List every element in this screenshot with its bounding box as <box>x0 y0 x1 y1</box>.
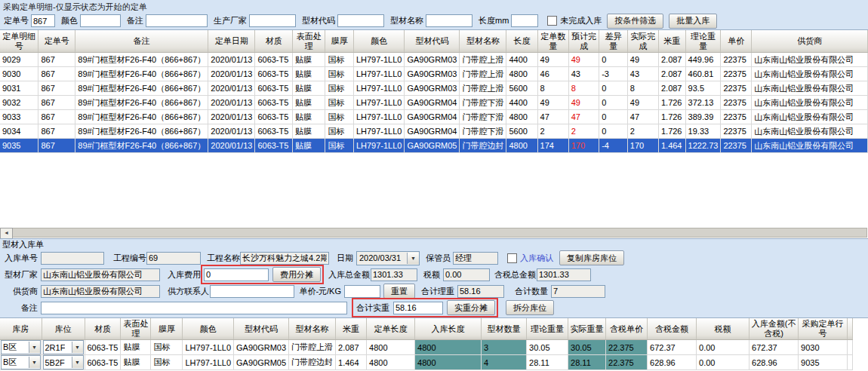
factory-input[interactable] <box>41 268 160 281</box>
unit-price-input[interactable] <box>344 285 380 298</box>
length-input[interactable] <box>511 14 538 27</box>
column-header[interactable]: 颜色 <box>353 30 405 53</box>
column-header[interactable]: 含税单价 <box>606 318 648 340</box>
column-header[interactable]: 定单数量 <box>537 30 568 53</box>
reset-button[interactable]: 重置 <box>383 284 415 299</box>
order-table-row[interactable]: 903086789#门框型材F26-F40（866+867）2020/01/13… <box>0 67 868 81</box>
column-header[interactable]: 表面处理 <box>121 318 151 340</box>
project-no-input[interactable] <box>146 252 201 265</box>
inbound-table-row[interactable]: B区▼5B2F▼6063-T5贴膜国标LH797-1LL0GA90GRM05门带… <box>0 355 853 370</box>
keeper-input[interactable] <box>453 252 498 265</box>
column-header[interactable]: 米重 <box>336 318 367 340</box>
split-location-button[interactable]: 拆分库位 <box>506 300 554 315</box>
column-header[interactable]: 预计完成 <box>568 30 599 53</box>
column-header[interactable]: 入库长度 <box>415 318 482 340</box>
column-header[interactable]: 备注 <box>75 30 208 53</box>
column-header[interactable]: 实际重量 <box>568 318 606 340</box>
column-header[interactable]: 理论重量 <box>685 30 721 53</box>
chevron-down-icon[interactable]: ▼ <box>29 342 40 353</box>
supplier-input[interactable] <box>41 285 160 298</box>
supplier-label: 供货商 <box>3 286 38 297</box>
total-actual-weight-input[interactable] <box>393 302 443 314</box>
order-no-input[interactable] <box>31 14 55 27</box>
form-row-4: 备注 合计实重 实重分摊 拆分库位 <box>3 299 868 316</box>
column-header[interactable]: 定单日期 <box>208 30 255 53</box>
column-header[interactable]: 颜色 <box>183 318 234 340</box>
column-header[interactable]: 定单号 <box>38 30 75 53</box>
location-combobox[interactable]: B区▼ <box>1 340 41 354</box>
cell: 3 <box>482 340 527 355</box>
inbound-no-input[interactable] <box>41 252 104 265</box>
supplier-contact-input[interactable] <box>210 285 294 298</box>
total-amount-input[interactable] <box>371 268 417 281</box>
column-header[interactable]: 型材代码 <box>405 30 460 53</box>
order-table-row[interactable]: 903286789#门框型材F26-F40（866+867）2020/01/13… <box>0 96 868 110</box>
column-header[interactable]: 型材名称 <box>460 30 506 53</box>
column-header[interactable]: 型材代码 <box>234 318 289 340</box>
column-header[interactable]: 型材数量 <box>482 318 527 340</box>
project-name-input[interactable] <box>240 252 329 265</box>
total-qty-input[interactable] <box>551 285 605 298</box>
column-header[interactable]: 定单明细号 <box>0 30 38 53</box>
inbound-confirm-checkbox[interactable] <box>507 253 517 263</box>
column-header[interactable]: 材质 <box>255 30 293 53</box>
fee-allocate-button[interactable]: 费用分摊 <box>272 267 321 282</box>
fee-input[interactable] <box>204 268 269 281</box>
tax-input[interactable] <box>443 268 490 281</box>
column-header[interactable]: 米重 <box>658 30 685 53</box>
calendar-dropdown-icon[interactable]: ▼ <box>407 253 419 264</box>
order-table-row[interactable]: 903186789#门框型材F26-F40（866+867）2020/01/13… <box>0 81 868 96</box>
column-header[interactable]: 入库金额(不含税) <box>749 318 799 340</box>
column-header[interactable]: 材质 <box>85 318 121 340</box>
profile-name-input[interactable] <box>426 14 472 27</box>
cell: 1.726 <box>658 124 685 139</box>
filter-button[interactable]: 按条件筛选 <box>607 14 663 29</box>
column-header[interactable]: 长度 <box>506 30 537 53</box>
batch-inbound-button[interactable]: 批量入库 <box>669 14 717 29</box>
column-header[interactable]: 型材名称 <box>289 318 336 340</box>
tax-total-input[interactable] <box>537 268 591 281</box>
profile-code-input[interactable] <box>337 14 384 27</box>
horizontal-scrollbar[interactable]: ◄ <box>0 228 867 238</box>
column-header[interactable]: 表面处理 <box>292 30 325 53</box>
cell: 9030 <box>799 340 848 355</box>
column-header[interactable]: 供货商 <box>752 30 868 53</box>
column-header[interactable]: 采购定单行号 <box>799 318 848 340</box>
order-table-row[interactable]: 903586789#门框型材F26-F40（866+867）2020/01/13… <box>0 139 868 153</box>
cell: 9031 <box>0 81 38 96</box>
column-header[interactable]: 膜厚 <box>151 318 183 340</box>
chevron-down-icon[interactable]: ▼ <box>72 357 83 368</box>
unfinished-checkbox[interactable] <box>547 16 557 26</box>
cell: 山东南山铝业股份有限公司 <box>752 53 868 67</box>
column-header[interactable]: 税额 <box>697 318 749 340</box>
date-picker[interactable]: 2020/03/31 ▼ <box>356 251 420 265</box>
manufacturer-input[interactable] <box>249 14 296 27</box>
column-header[interactable]: 差异量 <box>599 30 628 53</box>
order-table-row[interactable]: 903486789#门框型材F26-F40（866+867）2020/01/13… <box>0 124 868 139</box>
inbound-table-row[interactable]: B区▼2R1F▼6063-T5贴膜国标LH797-1LL0GA90GRM03门带… <box>0 340 853 355</box>
remark-input[interactable] <box>146 14 208 27</box>
chevron-down-icon[interactable]: ▼ <box>29 357 40 368</box>
total-theory-weight-input[interactable] <box>457 285 504 298</box>
chevron-down-icon[interactable]: ▼ <box>72 342 83 353</box>
column-header[interactable]: 实际完成 <box>627 30 658 53</box>
column-header[interactable]: 库房 <box>0 318 42 340</box>
remark-field-input[interactable] <box>41 302 347 314</box>
column-header[interactable]: 定单长度 <box>367 318 415 340</box>
scroll-left-icon[interactable]: ◄ <box>0 228 13 239</box>
location-combobox[interactable]: 2R1F▼ <box>43 340 84 354</box>
column-header[interactable]: 库位 <box>42 318 85 340</box>
column-header[interactable]: 含税金额 <box>648 318 697 340</box>
order-table-row[interactable]: 903386789#门框型材F26-F40（866+867）2020/01/13… <box>0 110 868 124</box>
column-header[interactable]: 膜厚 <box>325 30 353 53</box>
weight-allocate-button[interactable]: 实重分摊 <box>447 300 495 315</box>
column-header[interactable]: 单价 <box>721 30 752 53</box>
location-combobox[interactable]: 5B2F▼ <box>43 355 84 369</box>
column-header[interactable]: 理论重量 <box>527 318 568 340</box>
cell: 国标 <box>325 139 353 153</box>
order-table-row[interactable]: 902986789#门框型材F26-F40（866+867）2020/01/13… <box>0 53 868 67</box>
scrollbar-thumb[interactable] <box>13 228 867 238</box>
location-combobox[interactable]: B区▼ <box>1 355 41 369</box>
color-input[interactable] <box>80 14 121 27</box>
copy-location-button[interactable]: 复制库房库位 <box>559 250 624 265</box>
